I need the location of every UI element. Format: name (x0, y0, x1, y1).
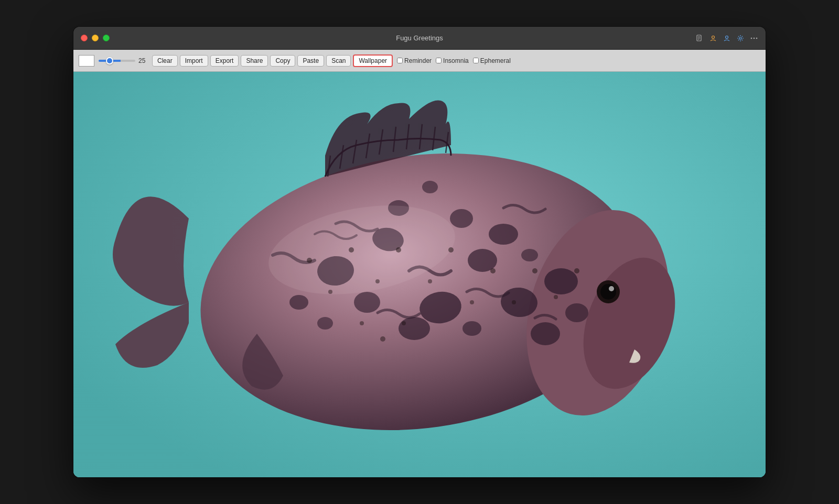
svg-point-35 (609, 286, 614, 291)
svg-point-23 (489, 224, 518, 245)
svg-point-28 (317, 317, 333, 330)
svg-point-8 (754, 37, 755, 39)
title-bar: Fugu Greetings (73, 27, 766, 50)
scan-button[interactable]: Scan (326, 55, 351, 67)
svg-point-39 (349, 247, 354, 253)
wallpaper-button[interactable]: Wallpaper (353, 54, 393, 67)
svg-point-20 (399, 317, 430, 340)
brush-size-value: 25 (138, 57, 148, 64)
svg-point-46 (512, 300, 516, 304)
traffic-lights (81, 35, 110, 41)
svg-point-21 (354, 292, 380, 313)
user-icon[interactable] (723, 34, 731, 42)
ephemeral-text: Ephemeral (480, 57, 511, 64)
minimize-button[interactable] (92, 35, 99, 41)
color-swatch[interactable] (79, 55, 94, 67)
svg-point-5 (726, 36, 728, 38)
svg-point-50 (360, 321, 364, 325)
svg-point-6 (739, 37, 741, 39)
profile-icon[interactable] (709, 34, 717, 42)
svg-point-31 (462, 321, 481, 336)
ephemeral-checkbox[interactable] (473, 58, 479, 63)
svg-point-51 (380, 336, 385, 342)
svg-point-44 (470, 300, 474, 304)
brush-size-control: 25 (99, 57, 148, 64)
svg-point-26 (565, 303, 588, 322)
svg-point-38 (328, 290, 332, 294)
reminder-text: Reminder (404, 57, 432, 64)
svg-point-32 (521, 249, 538, 261)
app-window: Fugu Greetings (73, 27, 766, 477)
svg-point-37 (307, 258, 312, 263)
reminder-checkbox[interactable] (397, 58, 403, 63)
close-button[interactable] (81, 35, 88, 41)
title-bar-actions (695, 34, 758, 42)
svg-point-27 (289, 295, 308, 310)
ephemeral-label[interactable]: Ephemeral (473, 57, 511, 64)
gear-icon[interactable] (736, 34, 745, 42)
paste-button[interactable]: Paste (297, 55, 324, 67)
brush-size-slider[interactable] (99, 60, 135, 62)
insomnia-label[interactable]: Insomnia (436, 57, 469, 64)
svg-point-22 (450, 209, 473, 228)
svg-point-47 (532, 268, 537, 273)
svg-point-9 (756, 37, 758, 39)
svg-point-25 (531, 322, 560, 345)
svg-point-4 (712, 36, 715, 38)
svg-point-49 (574, 268, 579, 273)
drawing-canvas[interactable] (73, 72, 766, 477)
window-title: Fugu Greetings (396, 34, 443, 42)
insomnia-checkbox[interactable] (436, 58, 442, 63)
svg-point-48 (554, 295, 558, 299)
copy-button[interactable]: Copy (270, 55, 295, 67)
import-button[interactable]: Import (180, 55, 208, 67)
file-icon[interactable] (695, 34, 704, 42)
svg-point-7 (751, 37, 752, 39)
share-button[interactable]: Share (241, 55, 268, 67)
reminder-label[interactable]: Reminder (397, 57, 432, 64)
svg-point-42 (428, 279, 432, 283)
svg-point-43 (448, 247, 454, 253)
svg-point-30 (422, 181, 438, 193)
svg-point-24 (544, 268, 578, 294)
svg-point-45 (490, 268, 496, 273)
insomnia-text: Insomnia (443, 57, 469, 64)
canvas-area[interactable] (73, 72, 766, 477)
toolbar: 25 Clear Import Export Share Copy Paste … (73, 50, 766, 72)
svg-point-40 (375, 279, 380, 283)
svg-point-34 (600, 284, 616, 300)
more-icon[interactable] (750, 34, 758, 42)
export-button[interactable]: Export (210, 55, 239, 67)
checkbox-group: Reminder Insomnia Ephemeral (397, 57, 511, 64)
maximize-button[interactable] (103, 35, 110, 41)
clear-button[interactable]: Clear (152, 55, 178, 67)
svg-point-41 (396, 247, 401, 253)
svg-point-52 (402, 321, 406, 325)
